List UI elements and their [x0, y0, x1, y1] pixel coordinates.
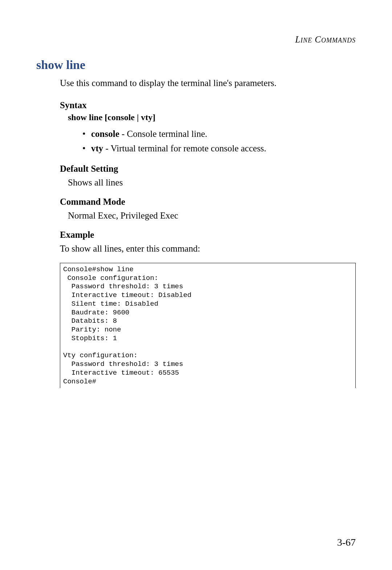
- param-item: console - Console terminal line.: [82, 127, 356, 141]
- param-item: vty - Virtual terminal for remote consol…: [82, 141, 356, 156]
- command-mode-text: Normal Exec, Privileged Exec: [68, 209, 356, 222]
- command-mode-heading: Command Mode: [60, 197, 356, 207]
- page-title: show line: [36, 58, 356, 72]
- param-name: vty: [91, 143, 103, 153]
- param-desc: - Virtual terminal for remote console ac…: [103, 143, 266, 153]
- example-intro: To show all lines, enter this command:: [60, 242, 356, 255]
- default-setting-text: Shows all lines: [68, 176, 356, 189]
- param-name: console: [91, 129, 119, 139]
- example-code-block: Console#show line Console configuration:…: [60, 263, 356, 388]
- header-section-label: Line Commands: [295, 34, 356, 45]
- syntax-command: show line [console | vty]: [68, 113, 356, 122]
- param-list: console - Console terminal line. vty - V…: [82, 127, 356, 156]
- page-number: 3-67: [337, 537, 356, 548]
- intro-text: Use this command to display the terminal…: [60, 77, 356, 89]
- example-heading: Example: [60, 230, 356, 240]
- default-setting-heading: Default Setting: [60, 164, 356, 174]
- param-desc: - Console terminal line.: [119, 129, 207, 139]
- syntax-heading: Syntax: [60, 100, 356, 110]
- content-block: Use this command to display the terminal…: [60, 77, 356, 388]
